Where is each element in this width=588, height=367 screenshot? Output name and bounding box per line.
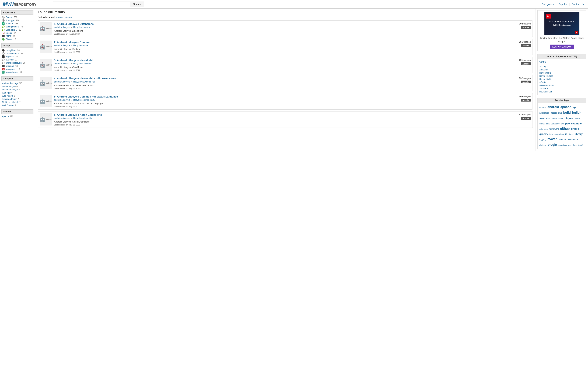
sidebar-link-central[interactable]: Central [6,16,12,18]
result-title-2[interactable]: 2. Android Lifecycle Runtime [54,41,511,43]
sidebar-item-spring-lib-m[interactable]: Spring Lib M 60 [1,28,34,32]
sort-popular[interactable]: popular [56,16,63,18]
tag-aws[interactable]: aws [558,112,562,114]
search-input[interactable]: lifecycle [53,1,130,7]
sidebar-link-sonatype[interactable]: Sonatype [6,19,15,22]
sidebar-link-com-arkivanov[interactable]: com.arkivanov [6,52,19,55]
tag-jboss[interactable]: jboss [569,133,573,135]
sidebar-link-org-onap[interactable]: org.onap [6,65,14,67]
sidebar-item-org-codehaus[interactable]: org.codehaus 11 [1,71,34,74]
sidebar-item-org-apache[interactable]: a org.apache 16 [1,68,34,71]
sidebar-link-spring-lib-m[interactable]: Spring Lib M [6,29,17,31]
tag-data[interactable]: data [546,123,550,125]
tag-api[interactable]: api [573,106,576,108]
sidebar-item-com-arkivanov[interactable]: com.arkivanov 53 [1,52,34,55]
tag-amazon[interactable]: amazon [539,106,546,108]
sidebar-item-org-wso2[interactable]: org.wso2 37 [1,55,34,58]
sidebar-link-org-codehaus[interactable]: org.codehaus [6,71,18,74]
tag-assets[interactable]: assets [551,112,557,114]
sidebar-item-androidx-lifecycle[interactable]: androidx.lifecycle 19 [1,61,34,65]
tag-http[interactable]: http [550,133,553,135]
nav-categories[interactable]: Categories [542,3,554,6]
repo-link-jcenter[interactable]: JCenter [539,81,584,84]
tag-eclipse[interactable]: eclipse [561,122,570,125]
sidebar-item-io-github[interactable]: io.github 27 [1,58,34,61]
tag-framework[interactable]: framework [549,128,559,130]
sidebar-license-apache[interactable]: Apache 470 [1,115,34,118]
repo-link-hortonworks[interactable]: Hortonworks [539,71,584,75]
sidebar-cat-web-app[interactable]: Web App 4 [1,91,34,94]
tag-application[interactable]: application [539,112,549,114]
result-groupid-6[interactable]: androidx.lifecycle [54,117,70,119]
repo-link-bedatadriven[interactable]: BeDataDriven [539,90,584,93]
sort-newest[interactable]: newest [65,16,72,18]
result-artifactid-4[interactable]: lifecycle-viewmodel-ktx [73,81,95,83]
result-title-6[interactable]: 6. Android Lifecycle Kotlin Extensions [54,113,511,116]
search-button[interactable]: Search [130,1,144,7]
nav-contact[interactable]: Contact Us [572,3,584,6]
sidebar-cat-maven-plugins[interactable]: Maven Plugins 61 [1,85,34,88]
result-groupid-4[interactable]: androidx.lifecycle [54,81,70,83]
ad-image[interactable]: Ai MAKE IT WITH ADOBE STOCK. Get 10 free… [545,12,579,35]
logo[interactable]: MVNREPOSITORY [3,1,36,7]
sidebar-item-google[interactable]: G Google 34 [1,32,34,35]
tag-module[interactable]: module [559,138,566,141]
sort-relevance[interactable]: relevance [43,16,54,18]
sidebar-cat-web-crawler[interactable]: Web Crawler 1 [1,104,34,107]
sidebar-link-onap[interactable]: ONAP [6,35,12,37]
sidebar-item-spring-plugins[interactable]: Spring Plugins 72 [1,25,34,28]
tag-camel[interactable]: camel [552,117,557,120]
repo-link-central[interactable]: Central [539,60,584,63]
result-groupid-2[interactable]: androidx.lifecycle [54,44,70,47]
result-groupid-3[interactable]: androidx.lifecycle [54,62,70,65]
sidebar-cat-atlassian-plugin[interactable]: Atlassian Plugin 2 [1,98,34,101]
tag-scala[interactable]: scala [578,144,583,146]
result-title-5[interactable]: 5. Android Lifecycle Common For Java 8 L… [54,95,511,98]
sidebar-cat-netbeans[interactable]: NetBeans Module 2 [1,101,34,104]
tag-clojure[interactable]: clojure [565,117,573,120]
tag-cloud[interactable]: cloud [575,117,580,120]
sidebar-link-google[interactable]: Google [6,32,12,34]
tag-apache[interactable]: apache [560,105,571,109]
sidebar-link-jcenter[interactable]: JCenter [6,22,13,25]
result-artifactid-1[interactable]: lifecycle-extensions [73,26,91,28]
sidebar-item-jcenter[interactable]: J JCenter 108 [1,22,34,25]
tag-database[interactable]: database [551,123,560,125]
sidebar-item-clojars[interactable]: Clojars 16 [1,38,34,41]
tag-rlang[interactable]: rlang [573,144,577,146]
tag-example[interactable]: example [571,122,582,125]
tag-integration[interactable]: integration [554,133,564,135]
sidebar-item-central[interactable]: Central 539 [1,16,34,19]
tag-library[interactable]: library [575,133,583,135]
sidebar-link-androidx-lifecycle[interactable]: androidx.lifecycle [6,62,22,64]
tag-gradle[interactable]: gradle [571,127,579,130]
tag-build[interactable]: build [563,111,571,114]
tag-extension[interactable]: extension [539,128,548,130]
repo-link-atlassian-public[interactable]: Atlassian Public [539,84,584,87]
tag-io[interactable]: io [565,133,567,135]
result-title-4[interactable]: 4. Android Lifecycle ViewModel Kotlin Ex… [54,77,511,80]
repo-link-spring-plugins[interactable]: Spring Plugins [539,75,584,78]
tag-groovy[interactable]: groovy [539,133,548,135]
repo-link-sonatype[interactable]: Sonatype [539,65,584,68]
result-artifactid-2[interactable]: lifecycle-runtime [73,44,88,47]
tag-repository[interactable]: repository [558,144,567,146]
tag-logging[interactable]: logging [539,138,546,141]
tag-plugin[interactable]: plugin [548,143,557,146]
result-groupid-5[interactable]: androidx.lifecycle [54,99,70,101]
sidebar-link-spring-plugins[interactable]: Spring Plugins [6,25,19,28]
tag-github[interactable]: github [560,127,570,130]
result-title-1[interactable]: 1. Android Lifecycle Extensions [54,22,511,25]
sidebar-cat-web-assets[interactable]: Web Assets 3 [1,94,34,98]
sidebar-link-com-github[interactable]: com.github [6,49,16,51]
sidebar-item-com-github[interactable]: com.github 94 [1,49,34,52]
sidebar-item-onap[interactable]: ONAP 23 [1,35,34,38]
result-title-3[interactable]: 3. Android Lifecycle ViewModel [54,59,511,62]
result-artifactid-3[interactable]: lifecycle-viewmodel [73,62,91,65]
tag-rest[interactable]: rest [568,144,571,146]
tag-android[interactable]: android [548,105,559,109]
repo-link-jbossea[interactable]: JBossEA [539,87,584,90]
result-artifactid-6[interactable]: lifecycle-runtime-ktx [73,117,92,119]
tag-maven[interactable]: maven [547,137,557,141]
repo-link-spring-lib-m[interactable]: Spring Lib M [539,78,584,81]
